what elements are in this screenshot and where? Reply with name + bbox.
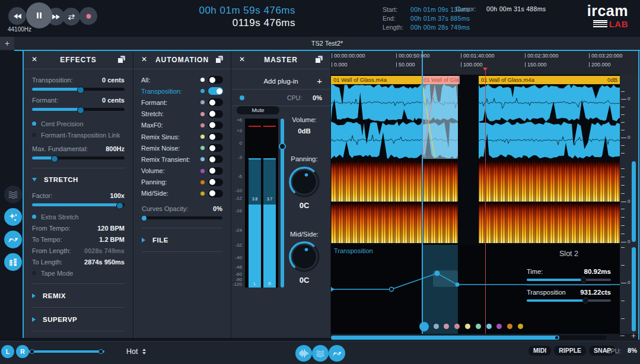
- range-handle-left[interactable]: [30, 349, 34, 354]
- tape-mode-option[interactable]: Tape Mode: [32, 267, 125, 279]
- formant-slider[interactable]: [32, 105, 125, 113]
- duplicate-panel-icon[interactable]: [315, 56, 323, 63]
- automation-toggle[interactable]: [208, 155, 223, 163]
- midside-knob[interactable]: [287, 240, 321, 274]
- formant-transposition-link-option[interactable]: Formant-Transposition Link: [32, 129, 125, 141]
- volume-fader-handle[interactable]: [279, 143, 286, 150]
- logo-lab-text: LAB: [609, 19, 628, 29]
- spectrogram-clip2-right[interactable]: [479, 203, 620, 243]
- ruler-tick: [621, 168, 625, 169]
- waveform-view-button[interactable]: [295, 345, 312, 362]
- loop-button[interactable]: [62, 8, 80, 25]
- close-icon[interactable]: ✕: [239, 55, 246, 63]
- transposition-automation-lane[interactable]: Transposition Slot 2 Time: 80.92ms Trans…: [331, 245, 620, 334]
- time-primary: 00h 01m 59s 476ms: [199, 4, 295, 17]
- duplicate-panel-icon[interactable]: [117, 56, 125, 63]
- add-plugin-plus-icon[interactable]: +: [317, 76, 322, 86]
- automation-toggle[interactable]: [208, 122, 223, 129]
- spectrogram-clip1-right[interactable]: [331, 203, 458, 243]
- tab-document-title[interactable]: TS2 Test2*: [14, 37, 640, 50]
- effects-panel-button[interactable]: [4, 208, 22, 226]
- automation-toggle[interactable]: [208, 98, 223, 106]
- automation-toggle[interactable]: [208, 190, 223, 197]
- max-fundamental-slider[interactable]: [32, 154, 125, 162]
- automation-toggle[interactable]: [208, 178, 223, 186]
- ruler-tick: [621, 91, 625, 92]
- clip2-header[interactable]: 01 Wall of Glass.m4a 0dB: [479, 76, 620, 84]
- zoom-out-button[interactable]: −: [620, 331, 625, 340]
- time-selection-overlay[interactable]: 01 Wall of Gla: [422, 76, 458, 159]
- section-label: SUPERVP: [43, 316, 77, 323]
- cursor-value: 00h 00m 31s 488ms: [486, 5, 546, 12]
- factor-slider[interactable]: [32, 200, 125, 209]
- section-label: REMIX: [43, 292, 66, 299]
- automation-toggle[interactable]: [208, 110, 223, 118]
- playhead-line[interactable]: [422, 51, 423, 334]
- timeline-horizontal-scrollbar[interactable]: [331, 336, 606, 340]
- lane-param-dot[interactable]: [444, 324, 449, 329]
- automation-panel-button[interactable]: [4, 231, 22, 248]
- extra-stretch-label: Extra Stretch: [41, 213, 79, 221]
- to-tempo-value: 1.2 BPM: [99, 236, 125, 243]
- effects-section-supervp[interactable]: SUPERVP: [32, 311, 125, 327]
- mixer-panel-button[interactable]: [4, 253, 22, 271]
- range-handle-right[interactable]: [98, 349, 103, 354]
- channel-right-button[interactable]: R: [16, 345, 29, 358]
- effects-section-remix[interactable]: REMIX: [32, 288, 125, 304]
- channel-left-button[interactable]: L: [1, 345, 14, 358]
- spinner-arrows-icon[interactable]: [142, 349, 146, 355]
- toggle-ripple[interactable]: RIPPLE: [554, 346, 586, 356]
- cursor-info: Cursor:00h 00m 31s 488ms: [456, 5, 546, 12]
- effects-panel-title: EFFECTS: [60, 56, 97, 64]
- toggle-midi[interactable]: MIDI: [528, 346, 551, 356]
- spectrogram-clip2-left[interactable]: [479, 161, 620, 202]
- mute-button[interactable]: Mute: [237, 106, 279, 114]
- automation-toggle[interactable]: [208, 133, 223, 141]
- lane-param-dot[interactable]: [476, 324, 481, 329]
- lane-param-dot[interactable]: [434, 324, 439, 329]
- stretch-section-header[interactable]: STRETCH: [32, 172, 125, 187]
- cursor-marker-icon[interactable]: [483, 68, 488, 71]
- waveform-clip2[interactable]: [479, 84, 620, 159]
- spectrogram-clip1-left[interactable]: [331, 161, 458, 202]
- spectrogram-view-button[interactable]: [4, 186, 22, 203]
- preset-selector[interactable]: Hot: [126, 347, 146, 356]
- close-icon[interactable]: ✕: [31, 55, 38, 63]
- automation-toggle[interactable]: [208, 144, 223, 152]
- lane-param-dot[interactable]: [518, 324, 523, 329]
- lane-param-dot[interactable]: [419, 322, 429, 331]
- automation-view-button[interactable]: [329, 345, 345, 362]
- extra-stretch-option[interactable]: Extra Stretch: [32, 211, 125, 222]
- add-plugin-row[interactable]: Add plug-in +: [231, 73, 330, 90]
- spectrogram-view-button-footer[interactable]: [312, 345, 329, 362]
- curves-opacity-slider[interactable]: [142, 213, 222, 222]
- lane-param-dot[interactable]: [465, 324, 470, 329]
- cent-precision-option[interactable]: Cent Precision: [32, 118, 125, 129]
- record-button[interactable]: [79, 7, 97, 25]
- lane-scrollbar[interactable]: [632, 247, 636, 331]
- app-window: 44100Hz 00h 01m 59s 476ms 0119s 476ms St…: [0, 0, 640, 364]
- automation-toggle[interactable]: [208, 167, 223, 175]
- loop-range-slider[interactable]: [28, 350, 104, 353]
- duplicate-panel-icon[interactable]: [215, 56, 223, 63]
- automation-toggle[interactable]: [208, 87, 223, 95]
- add-tab-button[interactable]: +: [0, 37, 14, 50]
- plugin-enable-dot[interactable]: [240, 95, 244, 100]
- rewind-button[interactable]: [8, 7, 26, 25]
- spectrogram-scrollbar[interactable]: [632, 161, 636, 242]
- from-tempo-value: 120 BPM: [97, 225, 125, 232]
- automation-toggle[interactable]: [208, 76, 223, 84]
- lane-param-dot[interactable]: [454, 324, 460, 329]
- transposition-slider[interactable]: [32, 85, 125, 93]
- lane-param-dot[interactable]: [496, 324, 502, 329]
- lane-param-dot[interactable]: [507, 324, 512, 329]
- close-icon[interactable]: ✕: [141, 55, 148, 63]
- pause-button[interactable]: [26, 2, 52, 28]
- automation-file-section[interactable]: FILE: [142, 232, 222, 248]
- panning-knob[interactable]: [287, 165, 321, 199]
- zoom-in-button[interactable]: +: [631, 331, 636, 340]
- lane-param-dot[interactable]: [486, 324, 492, 329]
- peak-hold-line: [263, 126, 276, 127]
- meter-scale-label: 0: [240, 141, 242, 146]
- toggle-knob-icon: [209, 157, 215, 162]
